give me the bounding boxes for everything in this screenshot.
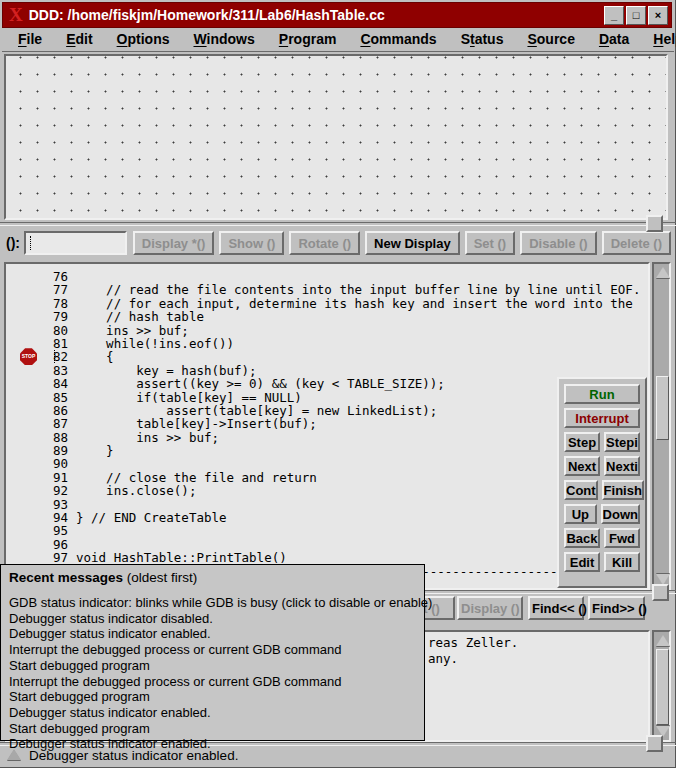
pane-sash-handle[interactable]: [652, 584, 669, 601]
step-button[interactable]: Step: [564, 432, 600, 452]
menu-commands[interactable]: Commands: [360, 31, 436, 47]
line-number[interactable]: 91: [10, 471, 68, 484]
source-line-96[interactable]: 96: [10, 538, 648, 551]
down-button[interactable]: Down: [601, 504, 640, 524]
source-line-85[interactable]: 85 if(table[key] == NULL): [10, 391, 648, 404]
minimize-button[interactable]: _: [604, 6, 624, 25]
line-number[interactable]: 78: [10, 297, 68, 310]
line-number[interactable]: 97: [10, 551, 68, 564]
line-number[interactable]: 79: [10, 310, 68, 323]
up-button[interactable]: Up: [564, 504, 597, 524]
menu-help[interactable]: Help: [653, 31, 676, 47]
source-line-95[interactable]: 95: [10, 524, 648, 537]
source-line-83[interactable]: 83 key = hash(buf);: [10, 364, 648, 377]
ddd-window: X DDD: /home/fiskjm/Homework/311/Lab6/Ha…: [0, 0, 676, 768]
line-number[interactable]: 88: [10, 431, 68, 444]
popup-message: Start debugged program: [9, 658, 416, 674]
line-number[interactable]: 89: [10, 444, 68, 457]
source-line-88[interactable]: 88 ins >> buf;: [10, 431, 648, 444]
source-line-82[interactable]: STOP82 {: [10, 350, 648, 363]
source-toolbar-button-display[interactable]: Display (): [457, 596, 523, 620]
arg-button-rotate[interactable]: Rotate (): [289, 231, 360, 255]
source-line-80[interactable]: 80 ins >> buf;: [10, 324, 648, 337]
source-toolbar-button-find>>[interactable]: Find>> (): [588, 596, 645, 620]
menu-program[interactable]: Program: [279, 31, 337, 47]
line-number[interactable]: 87: [10, 417, 68, 430]
line-number[interactable]: 96: [10, 538, 68, 551]
line-number[interactable]: 84: [10, 377, 68, 390]
source-line-79[interactable]: 79 // hash table: [10, 310, 648, 323]
arg-button-show[interactable]: Show (): [219, 231, 284, 255]
back-button[interactable]: Back: [564, 528, 600, 548]
source-line-76[interactable]: 76: [10, 270, 648, 283]
source-line-91[interactable]: 91 // close the file and return: [10, 471, 648, 484]
line-number[interactable]: 93: [10, 498, 68, 511]
source-line-86[interactable]: 86 assert(table[key] = new LinkedList);: [10, 404, 648, 417]
line-number[interactable]: 81: [10, 337, 68, 350]
stepi-button[interactable]: Stepi: [604, 432, 640, 452]
source-line-84[interactable]: 84 assert((key >= 0) && (key < TABLE_SIZ…: [10, 377, 648, 390]
line-number[interactable]: 86: [10, 404, 68, 417]
source-toolbar-button-find<<[interactable]: Find<< (): [528, 596, 584, 620]
line-number[interactable]: 80: [10, 324, 68, 337]
line-number[interactable]: 95: [10, 524, 68, 537]
source-line-81[interactable]: 81 while(!ins.eof()): [10, 337, 648, 350]
line-number[interactable]: 82: [10, 350, 68, 363]
arg-button-disable[interactable]: Disable (): [520, 231, 597, 255]
close-button[interactable]: ×: [648, 6, 668, 25]
popup-subtitle: (oldest first): [127, 570, 198, 585]
pane-sash-handle[interactable]: [646, 215, 663, 232]
nexti-button[interactable]: Nexti: [604, 456, 640, 476]
scrollbar-thumb[interactable]: [656, 376, 669, 440]
menu-data[interactable]: Data: [599, 31, 629, 47]
menu-source[interactable]: Source: [527, 31, 574, 47]
titlebar[interactable]: X DDD: /home/fiskjm/Homework/311/Lab6/Ha…: [2, 2, 672, 28]
source-line-97[interactable]: 97void HashTable::PrintTable(): [10, 551, 648, 564]
arg-button-display[interactable]: Display *(): [133, 231, 215, 255]
line-number[interactable]: 85: [10, 391, 68, 404]
maximize-button[interactable]: □: [626, 6, 646, 25]
command-pair: BackFwd: [564, 528, 640, 548]
source-line-78[interactable]: 78 // for each input, determine its hash…: [10, 297, 648, 310]
source-line-90[interactable]: 90: [10, 457, 648, 470]
source-line-87[interactable]: 87 table[key]->Insert(buf);: [10, 417, 648, 430]
arg-button-set[interactable]: Set (): [465, 231, 516, 255]
line-number[interactable]: 94: [10, 511, 68, 524]
scroll-up-icon[interactable]: [656, 635, 670, 646]
arg-button-delete[interactable]: Delete (): [602, 231, 671, 255]
next-button[interactable]: Next: [564, 456, 600, 476]
line-number[interactable]: 92: [10, 484, 68, 497]
menu-file[interactable]: File: [18, 31, 42, 47]
line-number[interactable]: 90: [10, 457, 68, 470]
argument-input[interactable]: [24, 231, 127, 255]
source-scrollbar[interactable]: [652, 262, 671, 590]
source-view[interactable]: 7677 // read the file contents into the …: [4, 262, 650, 590]
menu-options[interactable]: Options: [117, 31, 170, 47]
cont-button[interactable]: Cont: [564, 480, 598, 500]
finish-button[interactable]: Finish: [602, 480, 644, 500]
source-line-92[interactable]: 92 ins.close();: [10, 484, 648, 497]
arg-button-new-display[interactable]: New Display: [365, 231, 460, 255]
console-scrollbar[interactable]: [652, 630, 671, 742]
source-line-93[interactable]: 93: [10, 498, 648, 511]
source-line-89[interactable]: 89 }: [10, 444, 648, 457]
menu-edit[interactable]: Edit: [66, 31, 92, 47]
line-number[interactable]: 77: [10, 283, 68, 296]
pane-sash-handle[interactable]: [646, 735, 663, 752]
scroll-up-icon[interactable]: [656, 267, 670, 278]
kill-button[interactable]: Kill: [604, 552, 640, 572]
run-button[interactable]: Run: [564, 384, 640, 404]
scrollbar-thumb[interactable]: [656, 649, 669, 725]
interrupt-button[interactable]: Interrupt: [564, 408, 640, 428]
menu-windows[interactable]: Windows: [193, 31, 254, 47]
source-line-94[interactable]: 94} // END CreateTable: [10, 511, 648, 524]
source-cursor: [54, 350, 56, 363]
popup-message: Debugger status indicator enabled.: [9, 736, 416, 752]
fwd-button[interactable]: Fwd: [604, 528, 640, 548]
line-number[interactable]: 83: [10, 364, 68, 377]
line-number[interactable]: 76: [10, 270, 68, 283]
data-display-canvas[interactable]: [4, 54, 668, 220]
edit-button[interactable]: Edit: [564, 552, 600, 572]
menu-status[interactable]: Status: [461, 31, 504, 47]
source-line-77[interactable]: 77 // read the file contents into the in…: [10, 283, 648, 296]
